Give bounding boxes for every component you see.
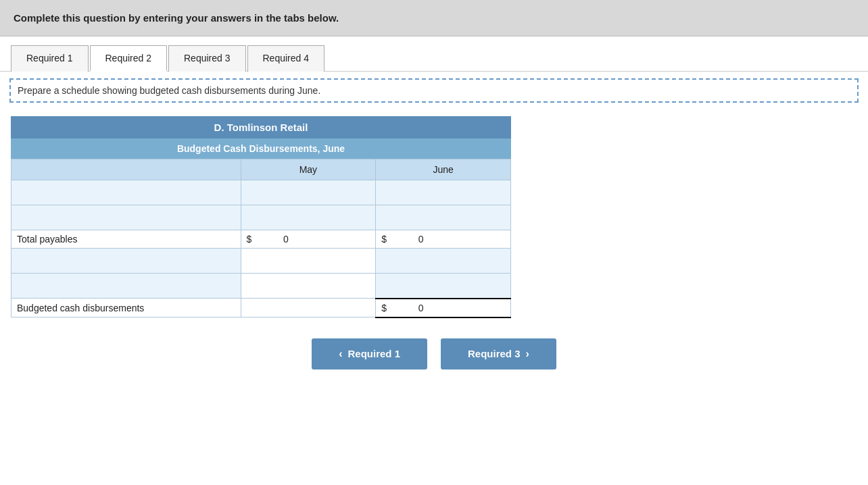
col-header-label <box>11 159 241 180</box>
row2-june-cell <box>376 205 511 230</box>
row5-label-input[interactable] <box>17 277 235 295</box>
row1-may-cell <box>241 180 376 205</box>
row1-may-input[interactable] <box>241 184 376 201</box>
budgeted-disbursements-row: Budgeted cash disbursements $ 0 <box>11 299 511 317</box>
total-payables-june-dollar: $ 0 <box>376 230 511 249</box>
table-row <box>11 249 511 274</box>
disbursements-may-empty <box>241 299 376 317</box>
tab-required-4[interactable]: Required 4 <box>247 45 325 72</box>
table-subtitle: Budgeted Cash Disbursements, June <box>11 138 511 159</box>
row2-june-input[interactable] <box>376 209 510 226</box>
next-button[interactable]: Required 3 › <box>441 338 556 369</box>
next-chevron-icon: › <box>526 348 529 360</box>
row1-label-cell <box>11 180 241 205</box>
disbursements-label: Budgeted cash disbursements <box>11 299 241 317</box>
row4-june-cell <box>376 249 511 274</box>
row4-label-input[interactable] <box>17 252 235 270</box>
prev-button[interactable]: ‹ Required 1 <box>312 338 427 369</box>
row5-may-empty <box>241 274 376 299</box>
row4-june-input[interactable] <box>376 252 510 270</box>
tab-required-3[interactable]: Required 3 <box>168 45 246 72</box>
schedule-wrapper: D. Tomlinson Retail Budgeted Cash Disbur… <box>11 116 511 318</box>
content-area: D. Tomlinson Retail Budgeted Cash Disbur… <box>0 109 868 403</box>
row2-may-input[interactable] <box>241 209 376 226</box>
row4-label-cell <box>11 249 241 274</box>
table-row <box>11 274 511 299</box>
row1-label-input[interactable] <box>17 184 235 201</box>
disbursements-june-value: $ 0 <box>376 299 511 317</box>
next-button-label: Required 3 <box>468 348 521 359</box>
row2-label-cell <box>11 205 241 230</box>
instruction-bar: Complete this question by entering your … <box>0 0 868 36</box>
row1-june-cell <box>376 180 511 205</box>
company-name-header: D. Tomlinson Retail <box>11 116 511 138</box>
schedule-table: May June <box>11 159 511 318</box>
row5-june-input[interactable] <box>376 277 510 295</box>
nav-buttons: ‹ Required 1 Required 3 › <box>11 338 857 397</box>
row5-label-cell <box>11 274 241 299</box>
tab-required-1[interactable]: Required 1 <box>11 45 89 72</box>
tab-required-2[interactable]: Required 2 <box>90 45 168 72</box>
prev-chevron-icon: ‹ <box>339 348 342 360</box>
col-header-june: June <box>376 159 511 180</box>
row2-may-cell <box>241 205 376 230</box>
row5-june-cell <box>376 274 511 299</box>
instruction-text: Complete this question by entering your … <box>14 12 339 24</box>
prev-button-label: Required 1 <box>347 348 400 359</box>
col-header-may: May <box>241 159 376 180</box>
total-payables-row: Total payables $ 0 $ 0 <box>11 230 511 249</box>
row1-june-input[interactable] <box>376 184 510 201</box>
question-text: Prepare a schedule showing budgeted cash… <box>18 85 320 96</box>
row4-may-empty <box>241 249 376 274</box>
total-payables-may-dollar: $ 0 <box>241 230 376 249</box>
row2-label-input[interactable] <box>17 209 235 226</box>
question-area: Prepare a schedule showing budgeted cash… <box>9 78 859 103</box>
total-payables-label: Total payables <box>11 230 241 249</box>
tabs-container: Required 1 Required 2 Required 3 Require… <box>0 36 868 72</box>
table-row <box>11 205 511 230</box>
table-row <box>11 180 511 205</box>
